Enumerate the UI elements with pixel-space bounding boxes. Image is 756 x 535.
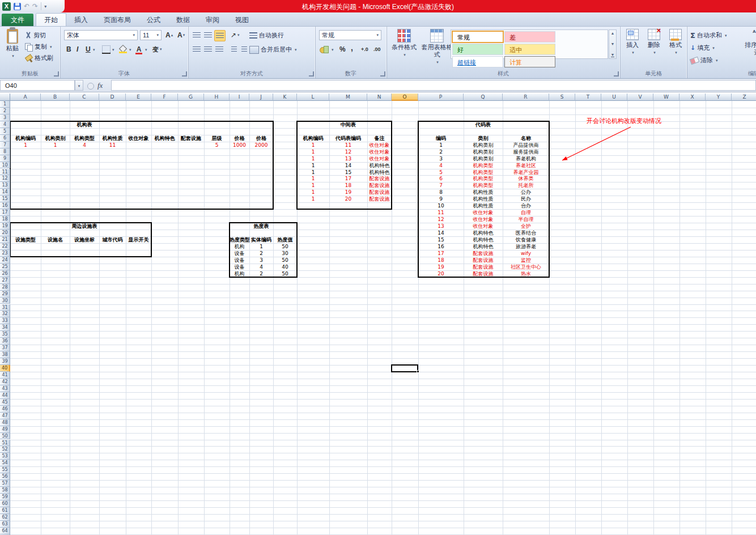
tab-插入[interactable]: 插入 [66,14,96,26]
cell-M6[interactable]: 代码表编码 [329,135,367,142]
cell-Q20[interactable]: 机构特色 [464,230,503,236]
decrease-decimal-button[interactable]: .00 [372,44,383,54]
row-header-62[interactable]: 62 [0,514,10,521]
column-header-W[interactable]: W [653,94,679,101]
tab-视图[interactable]: 视图 [227,14,257,26]
percent-style-button[interactable]: % [338,44,347,54]
cell-H6[interactable]: 层级 [204,135,230,142]
cell-F6[interactable]: 机构特色 [151,135,178,142]
column-header-A[interactable]: A [10,94,41,101]
column-header-N[interactable]: N [367,94,392,101]
row-header-6[interactable]: 6 [0,135,10,142]
cell-A6[interactable]: 机构编码 [10,135,41,142]
fill-button[interactable]: ↓ 填充 ▾ [690,43,715,53]
font-color-dropdown-icon[interactable]: ▾ [145,48,147,52]
cell-R9[interactable]: 养老机构 [503,155,549,162]
cell-J26[interactable]: 2 [249,270,273,277]
cell-P9[interactable]: 3 [418,155,464,162]
cell-I24[interactable]: 设备 [230,257,249,264]
decrease-indent-button[interactable] [229,44,239,54]
cell-style-超链接[interactable]: 超链接 [452,56,503,67]
row-header-50[interactable]: 50 [0,433,10,440]
fill-handle[interactable] [417,370,419,373]
cell-Q24[interactable]: 配套设施 [464,257,503,264]
increase-font-button[interactable]: A▴ [164,30,175,40]
cell-N11[interactable]: 机构特色 [367,169,392,176]
row-header-8[interactable]: 8 [0,148,10,155]
cell-J24[interactable]: 3 [249,257,273,264]
column-header-V[interactable]: V [627,94,653,101]
font-size-select[interactable]: 11 ▾ [140,30,162,40]
undo-icon[interactable]: ↶ [24,3,29,10]
cell-style-差[interactable]: 差 [504,31,555,43]
align-bottom-button[interactable] [214,30,226,41]
fill-color-dropdown-icon[interactable]: ▾ [129,48,131,52]
worksheet-grid[interactable]: 机构表机构编码机构类别机构类型机构性质收住对象机构特色配套设施层级价格价格114… [0,94,756,535]
cell-N12[interactable]: 配套设施 [367,175,392,182]
cell-M11[interactable]: 15 [329,169,367,176]
cell-P15[interactable]: 9 [418,196,464,202]
phonetic-guide-button[interactable]: 变▾ [151,44,164,54]
row-header-63[interactable]: 63 [0,521,10,528]
name-box[interactable]: O40 [0,80,75,91]
cell-P23[interactable]: 17 [418,250,464,257]
cell-P11[interactable]: 5 [418,169,464,176]
cell-L14[interactable]: 1 [297,189,329,196]
comma-style-button[interactable]: , [349,43,355,53]
cell-R6[interactable]: 名称 [503,135,549,142]
gallery-down-icon[interactable]: ▼ [611,42,615,46]
cell-E6[interactable]: 收住对象 [126,135,151,142]
tab-审阅[interactable]: 审阅 [198,14,227,26]
column-header-D[interactable]: D [99,94,126,101]
row-header-23[interactable]: 23 [0,250,10,257]
gallery-up-icon[interactable]: ▲ [611,31,615,35]
cell-P24[interactable]: 18 [418,257,464,264]
cell-Q23[interactable]: 配套设施 [464,250,503,257]
styles-dialog-launcher[interactable] [614,71,619,77]
row-header-19[interactable]: 19 [0,223,10,230]
select-all-corner[interactable] [0,94,10,101]
fill-color-button[interactable] [118,44,128,54]
row-header-27[interactable]: 27 [0,277,10,284]
column-header-F[interactable]: F [151,94,178,101]
cell-N6[interactable]: 备注 [367,135,392,142]
column-header-O[interactable]: O [392,94,418,101]
cell-P8[interactable]: 2 [418,148,464,155]
cell-M12[interactable]: 17 [329,175,367,182]
cell-L11[interactable]: 1 [297,169,329,176]
cell-P25[interactable]: 19 [418,264,464,270]
cell-P21[interactable]: 15 [418,236,464,243]
row-header-5[interactable]: 5 [0,128,10,135]
column-header-J[interactable]: J [249,94,273,101]
cell-N10[interactable]: 机构特色 [367,162,392,169]
cell-K24[interactable]: 50 [273,257,297,264]
cell-style-适中[interactable]: 适中 [504,44,555,55]
row-header-53[interactable]: 53 [0,453,10,460]
italic-button[interactable]: I [75,44,80,54]
cell-Q11[interactable]: 机构类型 [464,169,503,176]
cell-L7[interactable]: 1 [297,142,329,148]
tab-开始[interactable]: 开始 [36,13,66,26]
row-header-3[interactable]: 3 [0,114,10,121]
row-header-15[interactable]: 15 [0,196,10,202]
cell-N15[interactable]: 配套设施 [367,196,392,202]
cell-I21[interactable]: 热度类型 [230,236,249,243]
cell-Q19[interactable]: 收住对象 [464,223,503,230]
column-header-B[interactable]: B [41,94,70,101]
cell-K25[interactable]: 40 [273,264,297,270]
row-header-57[interactable]: 57 [0,480,10,487]
cell-M9[interactable]: 13 [329,155,367,162]
row-header-11[interactable]: 11 [0,169,10,176]
column-header-E[interactable]: E [126,94,151,101]
row-header-16[interactable]: 16 [0,202,10,209]
cell-N7[interactable]: 收住对象 [367,142,392,148]
cell-B7[interactable]: 1 [41,142,70,148]
row-header-21[interactable]: 21 [0,236,10,243]
cell-I23[interactable]: 设备 [230,250,249,257]
cell-C6[interactable]: 机构类型 [70,135,99,142]
row-header-14[interactable]: 14 [0,189,10,196]
cell-R8[interactable]: 服务提供商 [503,148,549,155]
cell-G6[interactable]: 配套设施 [178,135,204,142]
cell-K22[interactable]: 50 [273,243,297,250]
row-header-22[interactable]: 22 [0,243,10,250]
